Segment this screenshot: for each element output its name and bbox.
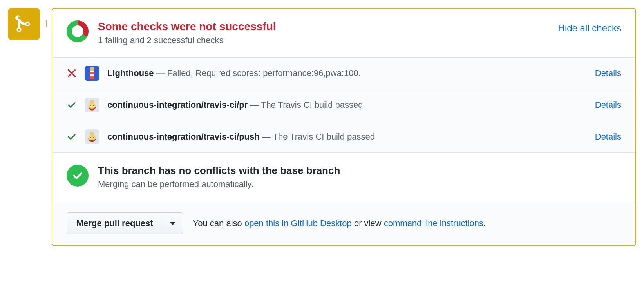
checks-status-panel: Some checks were not successful 1 failin…: [52, 8, 636, 246]
check-name: Lighthouse: [107, 68, 154, 78]
git-merge-icon: [14, 14, 34, 34]
merge-pull-request-button[interactable]: Merge pull request: [67, 212, 163, 234]
footer-trail: .: [483, 218, 486, 228]
merge-button-group: Merge pull request: [67, 212, 183, 234]
conflicts-title: This branch has no conflicts with the ba…: [98, 165, 340, 177]
details-link[interactable]: Details: [595, 132, 621, 142]
svg-point-8: [90, 105, 91, 106]
check-message: — The Travis CI build passed: [260, 132, 375, 141]
check-row: continuous-integration/travis-ci/pr — Th…: [52, 89, 635, 121]
svg-rect-11: [90, 132, 94, 135]
check-message: — Failed. Required scores: performance:9…: [154, 68, 361, 78]
travis-avatar: [85, 98, 99, 112]
checks-header: Some checks were not successful 1 failin…: [52, 9, 635, 57]
merge-footer-text: You can also open this in GitHub Desktop…: [193, 218, 486, 228]
open-github-desktop-link[interactable]: open this in GitHub Desktop: [244, 218, 352, 228]
check-description: continuous-integration/travis-ci/push — …: [107, 132, 587, 142]
check-icon: [67, 132, 77, 142]
check-icon: [67, 100, 77, 110]
check-description: continuous-integration/travis-ci/pr — Th…: [107, 100, 587, 110]
details-link[interactable]: Details: [595, 100, 621, 110]
svg-point-15: [93, 137, 94, 138]
details-link[interactable]: Details: [595, 68, 621, 78]
hide-all-checks-link[interactable]: Hide all checks: [558, 23, 621, 34]
conflicts-section: This branch has no conflicts with the ba…: [52, 152, 635, 201]
checks-donut-icon: [67, 20, 89, 42]
footer-lead: You can also: [193, 218, 244, 228]
footer-mid: or view: [352, 218, 384, 228]
lighthouse-avatar: [85, 66, 99, 81]
check-row: Lighthouse — Failed. Required scores: pe…: [52, 57, 635, 89]
svg-rect-3: [90, 74, 94, 76]
merge-status-badge: [8, 8, 40, 40]
x-icon: [67, 68, 77, 78]
merge-footer: Merge pull request You can also open thi…: [52, 201, 635, 245]
success-check-icon: [67, 165, 89, 187]
svg-point-14: [90, 137, 91, 138]
check-row: continuous-integration/travis-ci/push — …: [52, 121, 635, 152]
checks-subtitle: 1 failing and 2 successful checks: [98, 35, 549, 45]
svg-rect-2: [90, 71, 94, 72]
check-name: continuous-integration/travis-ci/pr: [107, 100, 248, 110]
merge-dropdown-button[interactable]: [163, 212, 183, 234]
conflicts-subtitle: Merging can be performed automatically.: [98, 179, 340, 189]
checks-title: Some checks were not successful: [98, 20, 549, 33]
check-message: — The Travis CI build passed: [248, 100, 363, 110]
check-description: Lighthouse — Failed. Required scores: pe…: [107, 68, 587, 78]
command-line-instructions-link[interactable]: command line instructions: [384, 218, 483, 228]
svg-point-9: [93, 105, 94, 106]
travis-avatar: [85, 129, 99, 144]
caret-down-icon: [170, 222, 175, 228]
check-name: continuous-integration/travis-ci/push: [107, 132, 260, 141]
svg-rect-5: [90, 100, 94, 103]
svg-rect-0: [90, 67, 94, 71]
